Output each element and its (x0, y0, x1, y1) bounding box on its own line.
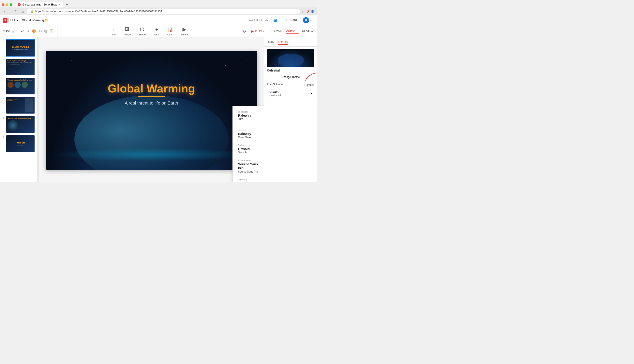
user-avatar[interactable]: U (303, 17, 309, 23)
file-label: FILE (10, 19, 16, 22)
back-button[interactable]: ‹ (3, 9, 6, 14)
slide4-title-preview: Impacts of global warming (8, 98, 24, 101)
slide-button[interactable]: SLIDE (3, 30, 10, 33)
slide-thumb-4[interactable]: 4 Impacts of global warming (2, 96, 35, 114)
copy-button[interactable]: ⎘ (44, 28, 48, 34)
font-dropdown[interactable]: Nunito Quicksand ▾ (267, 89, 314, 98)
slide-canvas: Global Warming A real threat to life on … (46, 51, 257, 170)
home-button[interactable]: ⌂ (20, 9, 25, 14)
format-tab[interactable]: FORMAT (271, 28, 283, 34)
font-name-universal: Ubuntu (238, 181, 260, 182)
collaborate-button[interactable]: 👥 (271, 17, 280, 23)
share-button[interactable]: ↗ SHARE (282, 17, 301, 23)
slide-preview-box-5: Ways to control global warming (6, 116, 35, 133)
more-button[interactable]: ⋯ (309, 17, 314, 23)
zoho-icon[interactable]: S (306, 10, 309, 14)
traffic-light-red[interactable] (2, 3, 4, 6)
main-content: 1 Global Warming A real threat to life o… (0, 38, 317, 182)
font-sub-experimental: Source Sans Pro (238, 170, 260, 173)
bookmark-button[interactable]: ☆ (302, 10, 305, 13)
slide-thumb-1[interactable]: 1 Global Warming A real threat to life o… (2, 39, 35, 56)
font-value-1: Nunito (270, 90, 281, 94)
refresh-button[interactable]: ↻ (14, 9, 19, 14)
file-button[interactable]: FILE ▾ (8, 18, 20, 23)
insert-chart-tool[interactable]: 📊 Chart (166, 26, 175, 37)
text-tool-icon: T (112, 27, 115, 32)
font-cat-universal: Universal (238, 178, 260, 181)
insert-table-tool[interactable]: ⊞ Table (152, 26, 161, 37)
slide-tab[interactable]: Slide (268, 39, 274, 45)
red-arrow-annotation (303, 71, 317, 82)
undo-button[interactable]: ↩ (20, 28, 25, 34)
slide-num-1: 1 (2, 39, 4, 42)
font-scheme-label: Font Scheme (267, 83, 283, 86)
font-picker-dropdown[interactable]: Theatrical Raleway Jura Community Oswald… (232, 106, 264, 182)
image-tool-icon: 🖼 (125, 27, 130, 32)
font-option-experimental[interactable]: Experimental Source Sans Pro Source Sans… (236, 158, 262, 174)
slide-preview-6[interactable]: Thank You some text here (6, 135, 35, 152)
tab-close-button[interactable]: ✕ (59, 3, 61, 6)
url-text: https://show.zoho.com/show/open/frofr7ab… (36, 10, 162, 13)
layout-icon[interactable]: ⊞ (12, 29, 14, 33)
new-tab-button[interactable]: + (64, 2, 70, 8)
tab-favicon: S (18, 3, 21, 6)
slide-subtitle: A real threat to life on Earth (125, 100, 178, 106)
slide-preview-5[interactable]: Ways to control global warming (6, 116, 35, 133)
traffic-light-green[interactable] (10, 3, 12, 6)
file-dropdown-icon: ▾ (17, 19, 18, 22)
slide-main-title: Global Warming (108, 82, 195, 95)
slide-thumb-6[interactable]: 6 Thank You some text here (2, 135, 35, 152)
insert-image-tool[interactable]: 🖼 Image (122, 26, 132, 37)
slide-num-5: 5 (2, 116, 4, 119)
slide-num-3: 3 (2, 78, 4, 81)
font-name-beehive: Raleway (238, 132, 260, 136)
insert-shape-tool[interactable]: ⬡ Shape (137, 26, 148, 37)
share-icon: ↗ (285, 19, 288, 22)
insert-media-tool[interactable]: ▶ Media (180, 26, 190, 37)
slide-preview-2[interactable]: What is global warming? It is the gradua… (6, 58, 35, 76)
paste-button[interactable]: 📋 (48, 28, 54, 34)
slide-thumb-2[interactable]: 2 What is global warming? It is the grad… (2, 58, 35, 76)
address-bar[interactable]: 🔒 https://show.zoho.com/show/open/frofr7… (27, 9, 300, 14)
slide-title-divider (138, 96, 165, 97)
chart-tool-icon: 📊 (167, 27, 173, 32)
font-option-beehive[interactable]: Beehive Raleway Open Sans (236, 128, 262, 140)
animate-tab[interactable]: ANIMATE (286, 28, 299, 34)
font-cat-bulletin: Bulletin (238, 144, 260, 146)
font-option-universal[interactable]: Universal Ubuntu Ubuntu (236, 177, 262, 182)
insert-text-tool[interactable]: T Text (110, 26, 118, 37)
media-tool-label: Media (181, 33, 188, 36)
paint-format-button[interactable]: 🎨 (31, 28, 37, 34)
slide-preview-box-4: Impacts of global warming (6, 97, 35, 114)
canvas-area[interactable]: Global Warming A real threat to life on … (39, 38, 264, 182)
slide2-title-preview: What is global warming? (8, 60, 34, 62)
document-title[interactable]: Global Warming (22, 18, 44, 22)
slide-preview-box-6: Thank You some text here (6, 135, 35, 152)
cut-button[interactable]: ✂ (38, 28, 43, 34)
slide-preview-3[interactable]: Various causes of global warming (6, 78, 35, 95)
review-tab[interactable]: REVIEW (302, 28, 314, 34)
play-button[interactable]: ▶ PLAY ▾ (249, 28, 267, 34)
browser-chrome: S Global Warming - Zoho Show ✕ + ‹ › ↻ ⌂… (0, 0, 317, 16)
slide-preview-1[interactable]: Global Warming A real threat to life on … (6, 39, 35, 56)
traffic-light-yellow[interactable] (6, 3, 8, 6)
font-value-2: Quicksand (270, 94, 281, 96)
play-dropdown-icon[interactable]: ▾ (263, 30, 264, 32)
font-option-theatrical[interactable]: Theatrical Raleway Jura (236, 110, 262, 125)
forward-button[interactable]: › (8, 9, 12, 14)
slide-thumb-3[interactable]: 3 Various causes of global warming (2, 78, 35, 95)
profile-icon[interactable]: 👤 (310, 10, 314, 13)
settings-button[interactable]: ⚙ (242, 28, 247, 34)
saved-status: Saved at 3:41 PM (248, 19, 268, 22)
slide-preview-4[interactable]: Impacts of global warming (6, 96, 35, 114)
slide1-sub-preview: A real threat to life on Earth (12, 49, 28, 50)
slide-thumb-5[interactable]: 5 Ways to control global warming (2, 116, 35, 133)
themes-tab[interactable]: Themes (278, 39, 288, 45)
redo-button[interactable]: ↪ (26, 28, 30, 34)
font-name-bulletin: Oswald (238, 147, 260, 151)
app-toolbar: S FILE ▾ Global Warming 📁 Saved at 3:41 … (0, 16, 317, 25)
browser-tab[interactable]: S Global Warming - Zoho Show ✕ (15, 2, 64, 8)
panel-divider[interactable]: ⋮ (37, 38, 39, 182)
font-name-theatrical: Raleway (238, 114, 260, 118)
font-option-bulletin[interactable]: Bulletin Oswald Georgia (236, 143, 262, 155)
